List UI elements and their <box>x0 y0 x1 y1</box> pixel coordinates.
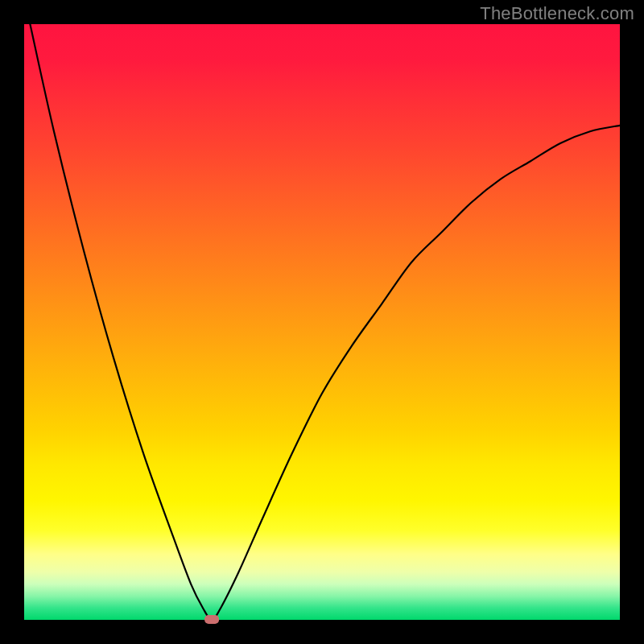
plot-area <box>24 24 620 620</box>
attribution-text: TheBottleneck.com <box>480 3 634 24</box>
bottleneck-curve <box>24 24 620 620</box>
minimum-marker-icon <box>204 615 219 624</box>
chart-frame: TheBottleneck.com <box>0 0 644 644</box>
